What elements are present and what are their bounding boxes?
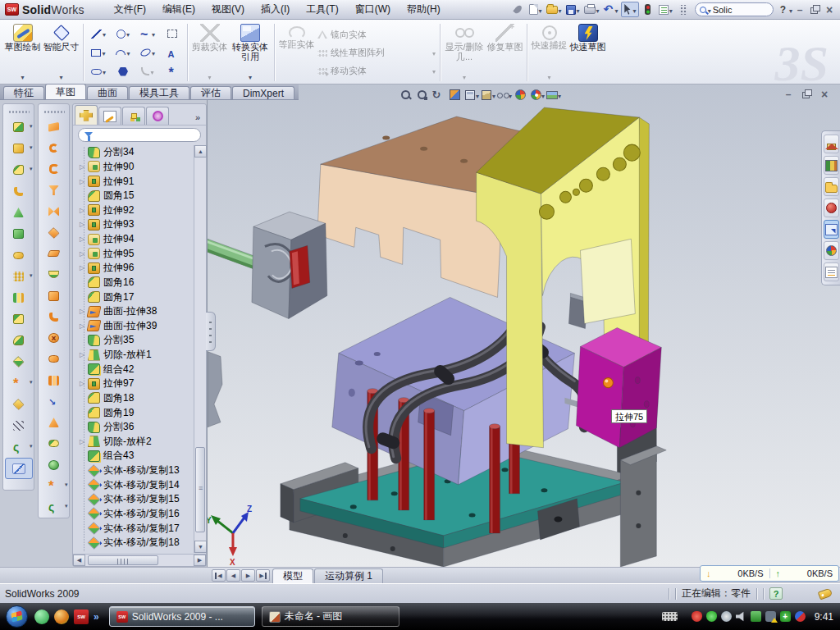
linear-sketch-pattern-button[interactable]: 线性草图阵列 (316, 44, 437, 61)
tray-traffic-monitor-icon[interactable] (795, 611, 806, 622)
input-keyboard-icon[interactable] (662, 612, 678, 621)
select-button[interactable] (621, 2, 639, 17)
doc-minimize-button[interactable] (781, 88, 796, 100)
dropdown-arrow-icon[interactable] (102, 47, 105, 58)
appearances-button[interactable] (513, 87, 528, 103)
tree-item[interactable]: 圆角19 (73, 405, 194, 420)
taskbar-clock[interactable]: 9:41 (815, 611, 833, 623)
quicklaunch-overflow-icon[interactable]: » (94, 609, 99, 624)
featuremanager-tab[interactable] (75, 105, 98, 125)
dropdown-arrow-icon[interactable] (577, 4, 580, 16)
scroll-right-icon[interactable] (194, 555, 206, 566)
solidworks-resources-tab[interactable] (824, 135, 839, 153)
dropdown-arrow-icon[interactable] (30, 166, 33, 172)
line-button[interactable] (86, 25, 111, 43)
design-library-tab[interactable] (824, 156, 839, 175)
expand-arrow-icon[interactable] (80, 380, 88, 387)
dropdown-arrow-icon[interactable] (65, 482, 68, 488)
displaymanager-tab[interactable] (122, 107, 145, 125)
tree-item[interactable]: 圆角15 (73, 189, 194, 203)
dropdown-arrow-icon[interactable] (539, 4, 542, 16)
extend-surface-button[interactable] (40, 391, 68, 413)
performance-button[interactable] (640, 2, 656, 17)
expand-arrow-icon[interactable] (80, 351, 88, 358)
tree-item[interactable]: 分割35 (73, 333, 194, 348)
offset-entities-button[interactable]: 等距实体 (277, 21, 316, 84)
appearances-scenes-tab[interactable] (824, 241, 839, 260)
scroll-left-icon[interactable] (73, 555, 85, 566)
tab-特征[interactable]: 特征 (3, 86, 44, 99)
trim-surface-button[interactable] (40, 412, 68, 433)
sketch-picture-button[interactable] (160, 25, 185, 43)
view-orientation-button[interactable] (480, 87, 495, 103)
tree-item[interactable]: 实体-移动/复制14 (73, 477, 194, 492)
expand-arrow-icon[interactable] (80, 235, 88, 243)
circle-button[interactable] (111, 25, 135, 43)
rib-button[interactable] (5, 287, 33, 308)
tree-item[interactable]: 圆角16 (73, 276, 194, 290)
dropdown-arrow-icon[interactable] (615, 4, 619, 16)
mold-insert-gripper-part[interactable] (252, 212, 327, 318)
swept-boss-button[interactable] (5, 180, 33, 202)
model-tab[interactable]: 模型 (272, 568, 313, 583)
options-button[interactable] (657, 2, 674, 17)
undo-button[interactable] (602, 2, 620, 17)
dropdown-arrow-icon[interactable] (30, 144, 33, 151)
custom-properties-tab[interactable] (824, 262, 839, 281)
lofted-surface-button[interactable] (40, 180, 68, 201)
tree-item[interactable]: 实体-移动/复制16 (73, 507, 194, 522)
knit-surface-button[interactable] (40, 307, 68, 328)
untrim-surface-button[interactable] (40, 370, 68, 391)
shell-button[interactable] (5, 244, 33, 266)
tree-item[interactable]: 切除-放样1 (73, 348, 194, 363)
expand-arrow-icon[interactable] (80, 207, 88, 214)
freeform-button[interactable] (40, 475, 68, 496)
dropdown-arrow-icon[interactable] (126, 28, 130, 39)
start-button[interactable] (6, 605, 28, 628)
thicken-button[interactable] (40, 433, 68, 454)
tree-item[interactable]: 实体-移动/复制15 (73, 492, 194, 507)
solidworks-search-tab[interactable] (824, 199, 839, 217)
dropdown-arrow-icon[interactable] (559, 4, 562, 16)
quick-tips-button[interactable]: ? (769, 587, 783, 600)
tab-评估[interactable]: 评估 (190, 86, 231, 99)
doc-close-button[interactable] (817, 88, 832, 100)
zoom-area-button[interactable] (414, 87, 430, 103)
point-button[interactable] (160, 62, 185, 81)
antivirus-icon[interactable] (54, 609, 69, 624)
first-tab-button[interactable] (212, 569, 226, 582)
dropdown-arrow-icon[interactable] (432, 48, 436, 57)
dropdown-arrow-icon[interactable] (492, 89, 495, 101)
dropdown-arrow-icon[interactable] (126, 47, 130, 58)
tray-shield-plus-icon[interactable] (780, 611, 791, 622)
side-component-part[interactable] (208, 352, 222, 427)
print-button[interactable] (582, 2, 601, 17)
panel-splitter-handle[interactable] (206, 312, 216, 351)
draft-button[interactable] (5, 308, 33, 330)
smart-dimension-button[interactable]: 智能尺寸 (42, 21, 80, 84)
pin-button[interactable] (510, 2, 527, 17)
sketch-text-button[interactable] (160, 43, 185, 62)
tree-item[interactable]: 拉伸94 (73, 232, 194, 247)
new-document-button[interactable] (527, 2, 544, 17)
slot-button[interactable] (86, 62, 111, 81)
search-input[interactable] (713, 5, 756, 15)
section-view-button[interactable] (447, 87, 463, 103)
view-palette-tab[interactable] (824, 220, 839, 239)
linear-pattern-button[interactable] (5, 266, 33, 287)
lofted-boss-button[interactable] (5, 202, 33, 223)
tree-item[interactable]: 拉伸95 (73, 246, 194, 261)
scrollbar-thumb[interactable] (88, 555, 158, 565)
replace-face-button[interactable] (40, 349, 68, 370)
tab-DimXpert[interactable]: DimXpert (232, 86, 294, 99)
move-copy-body-button[interactable] (5, 351, 33, 372)
spiral-curve-button[interactable] (40, 496, 68, 518)
file-explorer-tab[interactable] (824, 177, 839, 196)
dropdown-arrow-icon[interactable] (152, 28, 155, 39)
tag-icon[interactable] (818, 587, 833, 600)
3d-assembly-scene[interactable]: Y Z X (208, 84, 840, 567)
menu-item[interactable]: 工具(T) (298, 2, 346, 16)
arc-button[interactable] (111, 43, 135, 62)
dropdown-arrow-icon[interactable] (30, 443, 33, 450)
expand-arrow-icon[interactable] (80, 264, 88, 272)
